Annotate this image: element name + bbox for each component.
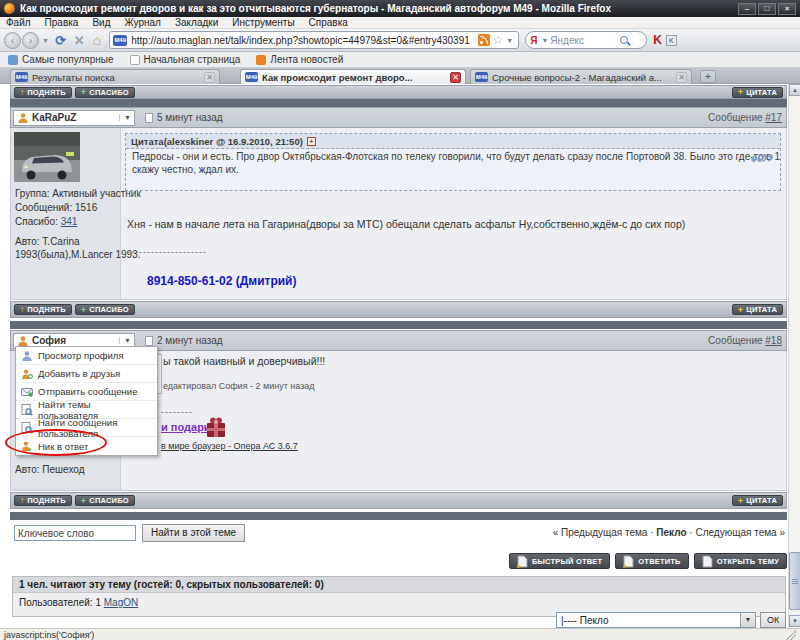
- tab-close-icon[interactable]: ✕: [450, 72, 461, 83]
- kaspersky-icon[interactable]: K: [653, 33, 662, 47]
- bookmark-news-feed[interactable]: Лента новостей: [256, 54, 343, 65]
- maximize-button[interactable]: □: [758, 3, 776, 15]
- new-tab-button[interactable]: +: [700, 70, 716, 83]
- tab-urgent-questions[interactable]: М49 Срочные вопросы-2 - Магаданский а...…: [470, 69, 692, 84]
- reader-user-link[interactable]: MagON: [104, 597, 138, 608]
- back-button[interactable]: ‹: [4, 32, 21, 49]
- thanks-count-link[interactable]: 341: [61, 216, 78, 227]
- thanks-button[interactable]: +СПАСИБО: [75, 87, 135, 98]
- bookmark-most-popular[interactable]: Самые популярные: [8, 54, 114, 65]
- menu-tools[interactable]: Инструменты: [232, 17, 294, 28]
- forum-jump-ok-button[interactable]: ОК: [760, 612, 786, 628]
- red-highlight-ellipse: [5, 429, 107, 456]
- home-icon[interactable]: ⌂: [93, 32, 101, 48]
- forum-jump-value: |---- Пекло: [561, 615, 608, 626]
- quote-button[interactable]: +ЦИТАТА: [732, 495, 783, 506]
- menu-help[interactable]: Справка: [309, 17, 348, 28]
- forward-button[interactable]: ›: [22, 32, 39, 49]
- yandex-icon[interactable]: Я: [530, 35, 537, 46]
- user-postcount: Сообщений: 1516: [15, 202, 97, 213]
- post18-number: Сообщение #18: [708, 335, 786, 346]
- rss-feed-icon: [256, 55, 266, 65]
- bookmarks-toolbar: Самые популярные Начальная страница Лент…: [0, 52, 800, 68]
- quote-marks-icon: “”: [750, 148, 772, 178]
- tab-current-topic[interactable]: М49 Как происходит ремонт дворо... ✕: [240, 69, 466, 84]
- prev-topic-link[interactable]: « Предыдущая тема: [553, 527, 648, 538]
- resize-grip[interactable]: [786, 630, 796, 640]
- vertical-scrollbar[interactable]: ▲ ▼: [788, 84, 800, 628]
- post-separator: [10, 321, 787, 329]
- bookmark-star-icon[interactable]: ☆: [493, 33, 504, 47]
- user-icon: [17, 112, 29, 124]
- next-topic-link[interactable]: Следующая тема »: [695, 527, 785, 538]
- firefox-icon: [4, 3, 15, 14]
- stop-icon[interactable]: ✕: [74, 33, 85, 48]
- scroll-up-icon[interactable]: ▲: [789, 84, 800, 96]
- menu-edit[interactable]: Правка: [45, 17, 79, 28]
- current-topic-label: Пекло: [656, 527, 686, 538]
- signature-separator: --------: [161, 407, 193, 417]
- reply-button[interactable]: ОТВЕТИТЬ: [615, 553, 688, 569]
- history-dropdown-icon[interactable]: ▼: [42, 37, 49, 44]
- scroll-down-icon[interactable]: ▼: [789, 615, 800, 627]
- tab-search-results[interactable]: М49 Результаты поиска ✕: [10, 69, 220, 84]
- addon-k-icon[interactable]: K: [666, 35, 677, 46]
- keyword-input[interactable]: [14, 525, 136, 541]
- close-button[interactable]: ×: [778, 3, 796, 15]
- menu-file[interactable]: Файл: [6, 17, 31, 28]
- tab-bar: М49 Результаты поиска ✕ М49 Как происход…: [0, 68, 800, 84]
- new-topic-button[interactable]: ОТКРЫТЬ ТЕМУ: [694, 553, 787, 569]
- url-dropdown-icon[interactable]: ▼: [506, 37, 513, 44]
- rss-icon[interactable]: [478, 34, 490, 46]
- minimize-button[interactable]: –: [738, 3, 756, 15]
- quote-button[interactable]: +ЦИТАТА: [732, 304, 783, 315]
- user-icon: [17, 335, 29, 347]
- post17-header: KaRaPuZ ▼ 5 минут назад Сообщение #17: [10, 107, 787, 128]
- post18-anchor-link[interactable]: #18: [765, 335, 782, 346]
- tab-close-icon[interactable]: ✕: [204, 72, 215, 83]
- bump-button[interactable]: ↑ПОДНЯТЬ: [14, 495, 72, 506]
- scrollbar-thumb[interactable]: [789, 552, 800, 610]
- bump-button[interactable]: ↑ПОДНЯТЬ: [14, 304, 72, 315]
- bump-button[interactable]: ↑ПОДНЯТЬ: [14, 87, 72, 98]
- signature-browser-link[interactable]: в мире браузер - Опера АС 3.6.7: [161, 441, 298, 451]
- snapback-icon[interactable]: +: [307, 137, 316, 146]
- bookmark-home-page[interactable]: Начальная страница: [130, 54, 241, 65]
- reply-page-icon: [623, 555, 634, 568]
- user-group: Группа: Активный участник: [15, 188, 141, 199]
- username-dropdown[interactable]: KaRaPuZ ▼: [13, 110, 135, 126]
- quote-button[interactable]: +ЦИТАТА: [732, 87, 783, 98]
- menu-history[interactable]: Журнал: [124, 17, 161, 28]
- search-icon[interactable]: [620, 36, 628, 44]
- readers-infobox: 1 чел. читают эту тему (гостей: 0, скрыт…: [12, 576, 786, 617]
- fast-reply-button[interactable]: БЫСТРЫЙ ОТВЕТ: [509, 553, 610, 569]
- thanks-button[interactable]: +СПАСИБО: [75, 495, 135, 506]
- forum-page: ↑ПОДНЯТЬ +СПАСИБО +ЦИТАТА KaRaPuZ ▼ 5 ми…: [0, 84, 788, 628]
- status-text: javascript:ins('София'): [4, 630, 94, 640]
- url-input[interactable]: [131, 35, 475, 46]
- forum-jump-select[interactable]: |---- Пекло ▼: [556, 612, 756, 628]
- select-arrow-icon[interactable]: ▼: [740, 613, 755, 627]
- post17-username: KaRaPuZ: [32, 112, 76, 123]
- menu-bookmarks[interactable]: Закладки: [175, 17, 218, 28]
- web-search-input[interactable]: [550, 35, 620, 46]
- plus-icon: +: [81, 496, 86, 506]
- bookmark-folder-icon: [8, 55, 18, 65]
- reload-icon[interactable]: ⟳: [55, 33, 66, 48]
- search-engine-box[interactable]: Я ▼: [525, 31, 647, 49]
- find-topics-icon: [21, 404, 33, 416]
- thanks-button[interactable]: +СПАСИБО: [75, 304, 135, 315]
- post18-time: 2 минут назад: [157, 335, 223, 346]
- find-in-topic-button[interactable]: Найти в этой теме: [142, 524, 245, 542]
- menu-item-view-profile[interactable]: Просмотр профиля: [16, 347, 157, 365]
- navigation-toolbar: ‹ › ▼ ⟳ ✕ ⌂ М49 ☆ ▼ Я ▼ K K: [0, 29, 800, 52]
- post17-anchor-link[interactable]: #17: [765, 112, 782, 123]
- post-time-icon: [145, 113, 153, 123]
- reply-page-icon: [517, 555, 528, 568]
- add-friend-icon: [21, 368, 33, 380]
- url-bar[interactable]: М49 ☆ ▼: [109, 31, 519, 49]
- menu-item-add-friend[interactable]: Добавить в друзья: [16, 365, 157, 383]
- tab-close-icon[interactable]: ✕: [676, 72, 687, 83]
- engine-dropdown-icon[interactable]: ▼: [541, 37, 548, 44]
- menu-view[interactable]: Вид: [92, 17, 110, 28]
